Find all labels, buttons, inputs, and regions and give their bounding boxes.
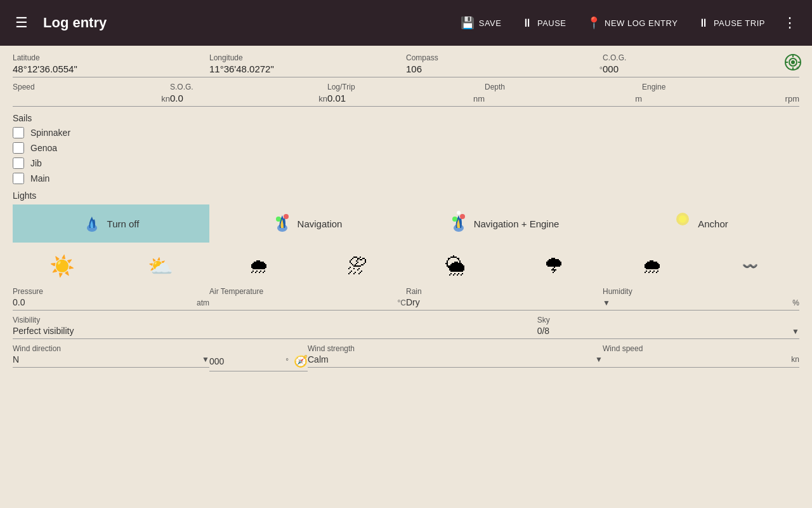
- jib-label[interactable]: Jib: [30, 158, 42, 168]
- weather-cloudy-rain[interactable]: 🌧: [240, 250, 278, 282]
- engine-unit: rpm: [785, 94, 799, 104]
- humidity-unit: %: [792, 298, 799, 307]
- sails-section: Sails Spinnaker Genoa Jib Main: [13, 113, 799, 184]
- sog-unit: kn: [318, 94, 327, 104]
- depth-field: Depth m: [485, 83, 642, 107]
- wind-direction-dropdown[interactable]: ▼: [202, 355, 209, 364]
- compass-dial-icon[interactable]: 🧭: [294, 354, 308, 368]
- sog-label: S.O.G.: [170, 83, 327, 91]
- wind-dir-degrees-label: [209, 344, 308, 353]
- spinnaker-row: Spinnaker: [13, 127, 799, 138]
- cog-value: 000: [603, 64, 794, 74]
- new-log-entry-button[interactable]: 📍 NEW LOG ENTRY: [579, 11, 686, 35]
- svg-point-16: [679, 215, 686, 223]
- wind-strength-dropdown[interactable]: ▼: [595, 355, 603, 364]
- sky-dropdown-arrow[interactable]: ▼: [792, 327, 799, 336]
- anchor-label: Anchor: [698, 218, 728, 229]
- anchor-light-icon: [674, 210, 691, 237]
- wind-speed-input[interactable]: [603, 354, 787, 364]
- weather-lightning[interactable]: 🌩: [535, 250, 573, 282]
- jib-checkbox[interactable]: [13, 157, 24, 169]
- svg-point-13: [452, 217, 457, 222]
- pause-button[interactable]: ⏸ PAUSE: [514, 11, 573, 35]
- save-label: SAVE: [479, 18, 502, 28]
- svg-point-9: [284, 214, 289, 219]
- longitude-label: Longitude: [209, 53, 406, 62]
- spinnaker-checkbox[interactable]: [13, 127, 24, 138]
- navigation-engine-icon: [450, 210, 468, 237]
- pressure-label: Pressure: [13, 287, 209, 296]
- visibility-value[interactable]: Perfect visibility: [13, 326, 537, 336]
- spinnaker-label[interactable]: Spinnaker: [30, 128, 70, 138]
- wind-direction-degrees-field: 000 ° 🧭: [209, 344, 308, 371]
- new-log-label: NEW LOG ENTRY: [605, 18, 678, 28]
- sog-value: 0.0: [170, 93, 316, 104]
- wind-strength-label: Wind strength: [308, 344, 603, 353]
- depth-label: Depth: [485, 83, 642, 91]
- weather-fog[interactable]: 〰️: [731, 250, 769, 282]
- speed-label: Speed: [13, 83, 170, 91]
- lights-title: Lights: [13, 190, 799, 201]
- humidity-input[interactable]: [610, 297, 791, 307]
- sog-field: S.O.G. 0.0 kn: [170, 83, 327, 107]
- rain-field: Rain Dry: [406, 287, 603, 311]
- more-options-icon[interactable]: ⋮: [778, 10, 802, 36]
- light-anchor[interactable]: Anchor: [603, 204, 799, 243]
- weather-heavy-rain[interactable]: 🌧: [633, 250, 671, 282]
- log-trip-unit: nm: [473, 94, 485, 104]
- depth-unit: m: [635, 94, 642, 104]
- compass-field: Compass 106 °: [406, 53, 603, 77]
- save-icon: 💾: [461, 16, 475, 30]
- light-navigation[interactable]: Navigation: [209, 204, 406, 243]
- sails-title: Sails: [13, 113, 799, 123]
- light-turn-off[interactable]: Turn off: [13, 204, 209, 243]
- navigation-light-icon: [273, 210, 291, 237]
- save-button[interactable]: 💾 SAVE: [453, 11, 509, 35]
- wind-direction-field: Wind direction N ▼: [13, 344, 209, 371]
- sky-label: Sky: [537, 316, 799, 324]
- weather-rain-sun[interactable]: 🌦: [436, 250, 475, 282]
- speed-input[interactable]: [13, 93, 159, 104]
- humidity-dropdown-arrow[interactable]: ▼: [603, 298, 610, 307]
- svg-point-14: [457, 211, 461, 215]
- wind-dir-degrees-value: 000: [209, 356, 282, 366]
- sky-field: Sky 0/8 ▼: [537, 316, 799, 339]
- longitude-value: 11°36'48.0272": [209, 64, 406, 74]
- page-title: Log entry: [43, 15, 443, 31]
- air-temp-input[interactable]: [209, 297, 396, 307]
- genoa-row: Genoa: [13, 142, 799, 154]
- jib-row: Jib: [13, 157, 799, 169]
- weather-icons-row: ☀️ ⛅ 🌧 ⛈ 🌦 🌩 🌧 〰️: [13, 250, 799, 282]
- topbar-actions: 💾 SAVE ⏸ PAUSE 📍 NEW LOG ENTRY ⏸ PAUSE T…: [453, 10, 802, 36]
- wind-dir-degrees-unit: °: [285, 357, 289, 366]
- main-content: Latitude 48°12'36.0554" Longitude 11°36'…: [0, 46, 812, 508]
- lights-section: Lights Turn off: [13, 190, 799, 243]
- latitude-field: Latitude 48°12'36.0554": [13, 53, 209, 77]
- wind-strength-field: Wind strength Calm ▼: [308, 344, 603, 371]
- weather-partly-cloudy[interactable]: ⛅: [141, 250, 180, 282]
- light-navigation-engine[interactable]: Navigation + Engine: [406, 204, 603, 243]
- cog-label: C.O.G.: [603, 53, 799, 62]
- main-checkbox[interactable]: [13, 173, 24, 184]
- genoa-checkbox[interactable]: [13, 142, 24, 154]
- svg-point-12: [460, 214, 465, 219]
- gps-icon[interactable]: [784, 53, 802, 71]
- pause-trip-label: PAUSE TRIP: [714, 18, 765, 28]
- menu-icon[interactable]: ☰: [10, 10, 33, 36]
- weather-thunderstorm-sun[interactable]: ⛈: [338, 250, 376, 282]
- log-trip-label: Log/Trip: [327, 83, 485, 91]
- pause-trip-button[interactable]: ⏸ PAUSE TRIP: [690, 11, 773, 35]
- weather-sunny[interactable]: ☀️: [43, 250, 81, 282]
- turn-off-icon: [83, 210, 101, 237]
- log-trip-value: 0.01: [327, 93, 471, 104]
- pause-trip-icon: ⏸: [698, 17, 710, 30]
- wind-speed-field: Wind speed kn: [603, 344, 799, 371]
- depth-input[interactable]: [485, 93, 632, 104]
- air-temperature-field: Air Temperature °C: [209, 287, 406, 311]
- genoa-label[interactable]: Genoa: [30, 143, 57, 153]
- wind-speed-unit: kn: [791, 355, 799, 364]
- speed-field: Speed kn: [13, 83, 170, 107]
- engine-input[interactable]: [642, 93, 783, 104]
- navigation-label: Navigation: [298, 218, 343, 229]
- main-label[interactable]: Main: [30, 173, 49, 184]
